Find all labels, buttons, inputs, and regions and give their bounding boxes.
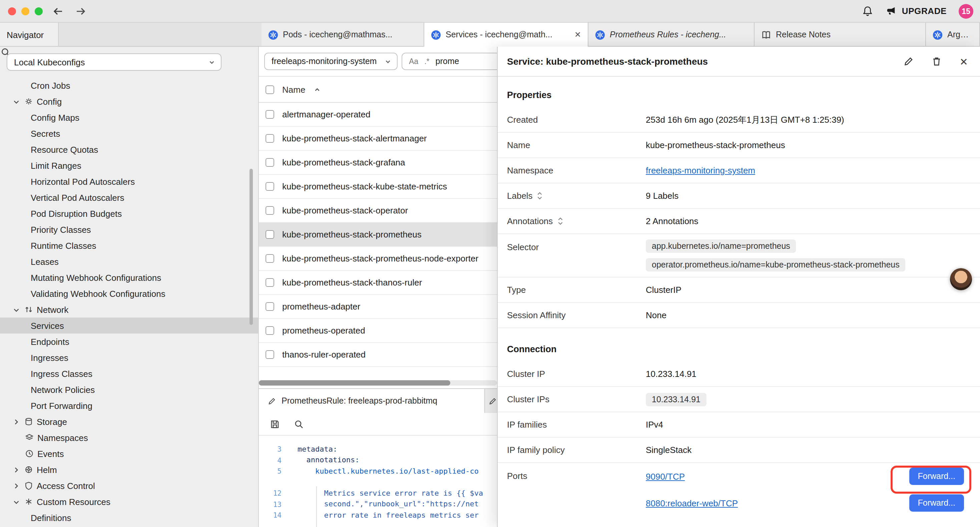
selector-chip: app.kubernetes.io/name=prometheus xyxy=(646,239,796,253)
tab-services[interactable]: Services - icecheng@math... ✕ xyxy=(424,23,589,47)
namespace-filter-dropdown[interactable]: freeleaps-monitoring-system xyxy=(264,53,398,70)
kubeconfig-selector[interactable]: Local Kubeconfigs xyxy=(7,53,221,71)
row-checkbox[interactable] xyxy=(266,278,274,287)
sidebar-item-validating-webhook-configurations[interactable]: Validating Webhook Configurations xyxy=(0,285,258,301)
tab-prometheus-rules[interactable]: Prometheus Rules - icecheng... xyxy=(589,23,754,47)
upgrade-button[interactable]: UPGRADE xyxy=(885,5,947,17)
chevron-right-icon[interactable] xyxy=(12,417,21,426)
expand-collapse-icon[interactable] xyxy=(557,216,563,226)
forward-button[interactable] xyxy=(75,5,87,18)
match-case-toggle[interactable]: Aa xyxy=(409,57,418,65)
sidebar-item-pod-disruption-budgets[interactable]: Pod Disruption Budgets xyxy=(0,205,258,221)
port-link-8080-reloader-web[interactable]: 8080:reloader-web/TCP xyxy=(646,498,738,508)
sidebar-item-resource-quotas[interactable]: Resource Quotas xyxy=(0,142,258,158)
yaml-editor[interactable]: 3metadata: 4 annotations: 5 kubectl.kube… xyxy=(259,436,497,527)
chevron-down-icon[interactable] xyxy=(12,97,21,106)
sidebar-item-ingress-classes[interactable]: Ingress Classes xyxy=(0,366,258,382)
select-all-checkbox[interactable] xyxy=(266,85,274,94)
sidebar-item-network-policies[interactable]: Network Policies xyxy=(0,382,258,398)
row-checkbox[interactable] xyxy=(266,158,274,167)
delete-trash-icon[interactable] xyxy=(932,56,942,67)
row-checkbox[interactable] xyxy=(266,110,274,119)
assistant-avatar[interactable] xyxy=(950,268,972,290)
save-icon[interactable] xyxy=(269,419,280,429)
sidebar-item-definitions[interactable]: Definitions xyxy=(0,509,258,525)
editor-search-icon[interactable] xyxy=(294,419,304,429)
sidebar-item-config-maps[interactable]: Config Maps xyxy=(0,110,258,126)
tab-label: Release Notes xyxy=(776,30,919,39)
row-checkbox[interactable] xyxy=(266,182,274,191)
code-line: kubectl.kubernetes.io/last-applied-co xyxy=(298,467,479,476)
forward-port-button[interactable]: Forward... xyxy=(909,468,964,485)
row-checkbox[interactable] xyxy=(266,230,274,239)
sidebar-item-runtime-classes[interactable]: Runtime Classes xyxy=(0,237,258,253)
sort-ascending-icon[interactable] xyxy=(313,86,321,93)
property-row-cluster-ip: Cluster IP 10.233.14.91 xyxy=(498,361,980,387)
property-row-session-affinity: Session Affinity None xyxy=(498,303,980,328)
tab-argo[interactable]: Argo Se xyxy=(926,23,980,47)
maximize-window-button[interactable] xyxy=(35,7,43,15)
chevron-down-icon xyxy=(384,58,391,65)
sidebar-item-mutating-webhook-configurations[interactable]: Mutating Webhook Configurations xyxy=(0,269,258,285)
sidebar-item-vertical-pod-autoscalers[interactable]: Vertical Pod Autoscalers xyxy=(0,189,258,205)
chevron-right-icon[interactable] xyxy=(12,481,21,490)
column-header-name[interactable]: Name xyxy=(282,84,305,94)
notifications-bell-icon[interactable] xyxy=(862,5,873,17)
sidebar-item-access-control[interactable]: Access Control xyxy=(0,478,258,494)
close-window-button[interactable] xyxy=(8,7,16,15)
sidebar-item-namespaces[interactable]: Namespaces xyxy=(0,430,258,446)
sidebar-item-limit-ranges[interactable]: Limit Ranges xyxy=(0,158,258,174)
chevron-down-icon[interactable] xyxy=(12,497,21,506)
sidebar-item-config[interactable]: Config xyxy=(0,93,258,110)
close-tab-icon[interactable]: ✕ xyxy=(574,30,581,39)
horizontal-scrollbar-thumb[interactable] xyxy=(259,380,450,385)
sidebar-item-priority-classes[interactable]: Priority Classes xyxy=(0,221,258,237)
sidebar-item-custom-resources[interactable]: Custom Resources xyxy=(0,494,258,509)
port-link-9090[interactable]: 9090/TCP xyxy=(646,471,685,481)
property-row-ip-family-policy: IP family policy SingleStack xyxy=(498,438,980,463)
sidebar-item-port-forwarding[interactable]: Port Forwarding xyxy=(0,398,258,414)
sidebar-item-leases[interactable]: Leases xyxy=(0,253,258,269)
sidebar-item-horizontal-pod-autoscalers[interactable]: Horizontal Pod Autoscalers xyxy=(0,174,258,189)
editor-tab-prometheusrule[interactable]: PrometheusRule: freeleaps-prod-rabbitmq xyxy=(259,389,485,413)
forward-port-button[interactable]: Forward... xyxy=(909,494,964,512)
tab-bar: Navigator Pods - icecheng@mathmas... Ser… xyxy=(0,23,980,47)
indent-guide xyxy=(316,486,317,527)
chevron-down-icon[interactable] xyxy=(12,305,21,314)
row-checkbox[interactable] xyxy=(266,350,274,359)
row-checkbox[interactable] xyxy=(266,302,274,311)
notification-count-badge[interactable]: 15 xyxy=(959,4,973,18)
expand-collapse-icon[interactable] xyxy=(537,191,543,201)
sidebar-item-helm[interactable]: Helm xyxy=(0,462,258,478)
tab-pods[interactable]: Pods - icecheng@mathmas... xyxy=(261,23,424,47)
tab-release-notes[interactable]: Release Notes xyxy=(754,23,926,47)
helm-wheel-icon xyxy=(24,465,33,474)
line-number: 12 xyxy=(259,489,282,497)
row-checkbox[interactable] xyxy=(266,134,274,143)
sidebar-item-endpoints[interactable]: Endpoints xyxy=(0,334,258,350)
back-button[interactable] xyxy=(52,5,64,18)
minimize-window-button[interactable] xyxy=(21,7,29,15)
sidebar-item-ingresses[interactable]: Ingresses xyxy=(0,350,258,366)
horizontal-scrollbar-track[interactable] xyxy=(259,380,497,385)
sidebar-item-network[interactable]: Network xyxy=(0,301,258,318)
chevron-right-icon[interactable] xyxy=(12,465,21,474)
row-checkbox[interactable] xyxy=(266,326,274,335)
sidebar-item-events[interactable]: Events xyxy=(0,446,258,462)
sidebar-item-services[interactable]: Services xyxy=(0,318,258,334)
gear-icon xyxy=(24,97,33,106)
sidebar-item-storage[interactable]: Storage xyxy=(0,414,258,430)
sidebar-item-cron-jobs[interactable]: Cron Jobs xyxy=(0,77,258,93)
namespace-link[interactable]: freeleaps-monitoring-system xyxy=(646,166,755,175)
labels-count: 9 Labels xyxy=(646,191,678,201)
sidebar-item-secrets[interactable]: Secrets xyxy=(0,126,258,142)
editor-tab-partial[interactable] xyxy=(485,389,497,413)
sidebar-scrollbar-thumb[interactable] xyxy=(250,169,253,325)
edit-icon[interactable] xyxy=(904,56,914,67)
tab-label: Prometheus Rules - icecheng... xyxy=(610,30,747,39)
close-drawer-icon[interactable]: ✕ xyxy=(960,56,968,66)
regex-toggle[interactable]: .* xyxy=(424,57,429,65)
row-checkbox[interactable] xyxy=(266,206,274,215)
row-checkbox[interactable] xyxy=(266,254,274,263)
port-line: 8080:reloader-web/TCP Forward... xyxy=(646,490,964,516)
